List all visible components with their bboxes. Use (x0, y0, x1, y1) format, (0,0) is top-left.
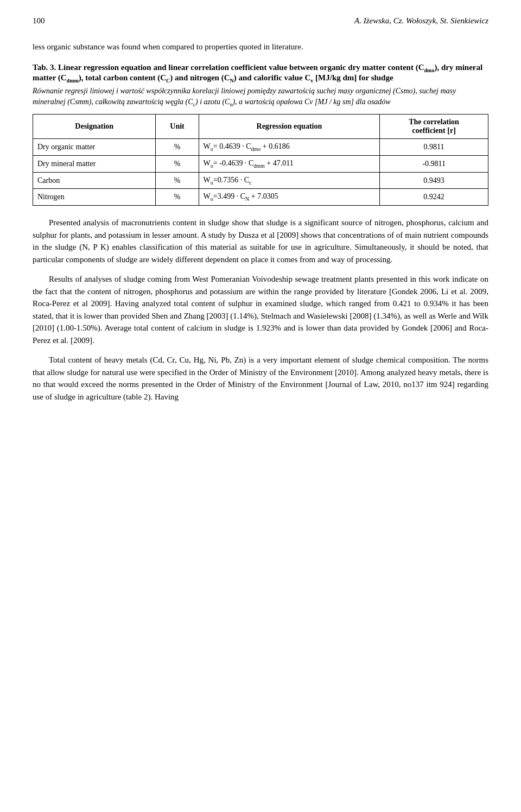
col-header-unit: Unit (156, 115, 199, 139)
tab-caption-en: Linear regression equation and linear co… (33, 63, 482, 82)
row2-unit: % (156, 155, 199, 172)
table-row: Dry organic matter % Wo= 0.4639 · Cdmo +… (33, 139, 488, 156)
col-header-equation: Regression equation (199, 115, 380, 139)
regression-table: Designation Unit Regression equation The… (33, 114, 488, 206)
row4-designation: Nitrogen (33, 189, 156, 206)
col-header-correlation: The correlationcoefficient [r] (380, 115, 488, 139)
table-row: Nitrogen % Wo=3.499 · CN + 7.0305 0.9242 (33, 189, 488, 206)
row3-equation: Wo=0.7356 · Cc (199, 172, 380, 189)
intro-paragraph: less organic substance was found when co… (33, 41, 488, 53)
row3-unit: % (156, 172, 199, 189)
row4-equation: Wo=3.499 · CN + 7.0305 (199, 189, 380, 206)
row2-equation: Wo= -0.4639 · Cdmm + 47.011 (199, 155, 380, 172)
table-label: Tab. 3. Linear regression equation and l… (33, 63, 488, 84)
paragraph-2: Results of analyses of sludge coming fro… (33, 273, 488, 346)
table-row: Carbon % Wo=0.7356 · Cc 0.9493 (33, 172, 488, 189)
col-header-designation: Designation (33, 115, 156, 139)
page-number: 100 (33, 16, 45, 26)
table-caption-polish: Równanie regresji liniowej i wartość wsp… (33, 86, 488, 109)
row4-correlation: 0.9242 (380, 189, 488, 206)
row1-designation: Dry organic matter (33, 139, 156, 156)
paragraph-1: Presented analysis of macronutrients con… (33, 217, 488, 265)
row1-correlation: 0.9811 (380, 139, 488, 156)
row3-correlation: 0.9493 (380, 172, 488, 189)
table-row: Dry mineral matter % Wo= -0.4639 · Cdmm … (33, 155, 488, 172)
row3-designation: Carbon (33, 172, 156, 189)
row2-designation: Dry mineral matter (33, 155, 156, 172)
row1-equation: Wo= 0.4639 · Cdmo + 0.6186 (199, 139, 380, 156)
authors: A. Iżewska, Cz. Wołoszyk, St. Sienkiewic… (354, 16, 488, 26)
paragraph-3: Total content of heavy metals (Cd, Cr, C… (33, 354, 488, 403)
page-header: 100 A. Iżewska, Cz. Wołoszyk, St. Sienki… (33, 16, 488, 26)
row1-unit: % (156, 139, 199, 156)
row2-correlation: -0.9811 (380, 155, 488, 172)
row4-unit: % (156, 189, 199, 206)
